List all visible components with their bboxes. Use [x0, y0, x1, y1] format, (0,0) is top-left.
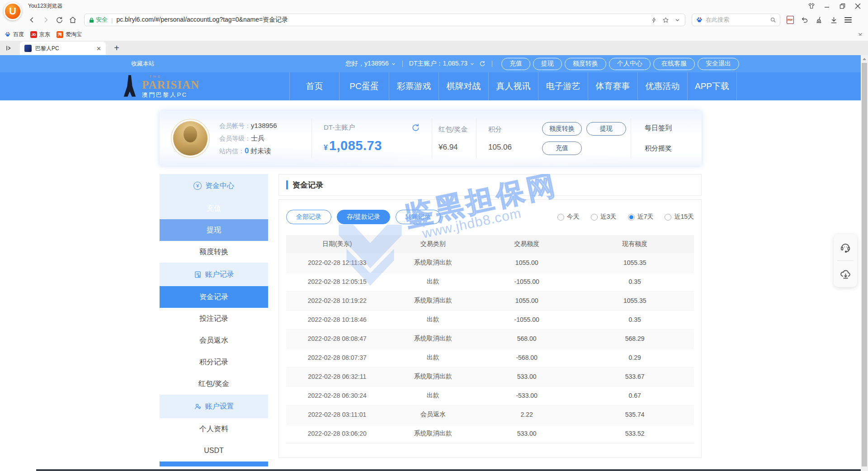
bookmark-baidu[interactable]: 百度: [5, 31, 24, 38]
sidebar-item-account-records[interactable]: 账户记录: [160, 263, 268, 286]
date-range-radio[interactable]: 近15天: [665, 213, 694, 221]
topbar-pill-button[interactable]: 个人中心: [609, 58, 651, 70]
sidebar-next-item-partial[interactable]: [160, 462, 268, 466]
toolbar-collapse-icon[interactable]: [857, 31, 863, 38]
nav-item[interactable]: 电子游艺: [538, 72, 588, 100]
back-button[interactable]: [26, 14, 38, 26]
sidebar-toggle-icon[interactable]: [3, 42, 14, 54]
points-block: 积分 105.06: [476, 125, 542, 152]
nav-item[interactable]: 棋牌对战: [439, 72, 488, 100]
sidebar-item-account-settings[interactable]: 账户设置: [160, 395, 268, 418]
topbar-pill-button[interactable]: 提现: [533, 58, 562, 70]
skin-theme-icon[interactable]: [804, 0, 819, 12]
field-label: 会员帐号：: [219, 122, 251, 129]
topbar-pill-button[interactable]: 额度转换: [565, 58, 606, 70]
refresh-button[interactable]: [53, 14, 65, 26]
bookmark-label: 百度: [13, 31, 24, 38]
bookmark-star-icon[interactable]: [662, 17, 669, 24]
withdraw-button[interactable]: 提现: [586, 122, 626, 136]
menu-icon[interactable]: [844, 17, 852, 23]
sidebar-item-funds-center[interactable]: ¥ 资金中心: [160, 174, 268, 198]
nav-item[interactable]: PC蛋蛋: [339, 72, 389, 100]
radio-icon[interactable]: [628, 214, 635, 221]
filter-pill[interactable]: 全部记录: [286, 210, 331, 224]
pdf-tool-icon[interactable]: PDF: [787, 16, 794, 24]
quota-transfer-button[interactable]: 额度转换: [542, 122, 582, 136]
search-icon[interactable]: [770, 17, 776, 23]
lightning-icon[interactable]: [651, 17, 657, 24]
ssl-lock-icon: 安全: [89, 16, 108, 24]
sidebar-item-funds-record[interactable]: 资金记录: [160, 286, 268, 308]
points-lottery-link[interactable]: 积分摇奖: [645, 144, 699, 153]
filter-pill[interactable]: 转账记录: [396, 210, 441, 224]
sidebar-item-deposit[interactable]: 充值: [160, 198, 268, 219]
col-header-type: 交易类别: [388, 235, 478, 253]
customer-service-icon[interactable]: [834, 234, 857, 260]
sidebar-item-member-rebate[interactable]: 会员返水: [160, 330, 268, 351]
filter-pill[interactable]: 存/提款记录: [337, 210, 390, 224]
member-level-row: 会员等级：士兵: [219, 132, 311, 145]
address-bar[interactable]: 安全 | pc.blryl6.com/#/personal/accountLog…: [84, 14, 685, 26]
date-range-radio[interactable]: 近3天: [591, 213, 617, 221]
user-greeting-dropdown[interactable]: 您好，y138956: [345, 60, 396, 68]
sidebar-item-bet-record[interactable]: 投注记录: [160, 308, 268, 330]
download-icon[interactable]: [830, 16, 838, 24]
nav-item[interactable]: 体育赛事: [588, 72, 637, 100]
sidebar-item-points-record[interactable]: 积分记录: [160, 351, 268, 373]
close-button[interactable]: [850, 0, 865, 12]
chevron-down-icon[interactable]: [675, 17, 680, 23]
main-wallet-dropdown[interactable]: DT主账户：1,085.73: [409, 60, 486, 68]
sidebar-item-label: 资金记录: [199, 292, 228, 302]
forward-button[interactable]: [40, 14, 52, 26]
radio-icon[interactable]: [557, 214, 564, 221]
new-tab-button[interactable]: +: [110, 42, 123, 54]
nav-item[interactable]: 彩票游戏: [389, 72, 439, 100]
scrollbar-up-arrow[interactable]: [861, 55, 868, 62]
page-scrollbar[interactable]: [861, 55, 868, 471]
sidebar-item-profile[interactable]: 个人资料: [160, 418, 268, 440]
quick-search-box[interactable]: 在此搜索: [692, 14, 780, 26]
minimize-button[interactable]: [819, 0, 835, 12]
date-range-radio[interactable]: 今天: [557, 213, 580, 221]
radio-icon[interactable]: [665, 214, 671, 221]
sidebar-item-usdt[interactable]: USDT: [160, 440, 268, 462]
sidebar-item-withdraw[interactable]: 提现: [160, 219, 268, 241]
cell-amount: 1055.00: [478, 253, 576, 272]
refresh-balance-icon[interactable]: [479, 61, 486, 67]
sidebar: ¥ 资金中心 充值 提现 额度转换 账户记录 资金记录 投注记录 会员返水 积分…: [160, 174, 268, 466]
nav-item[interactable]: APP下载: [687, 72, 737, 100]
bookmark-taobao[interactable]: 淘 爱淘宝: [57, 31, 82, 38]
radio-icon[interactable]: [591, 214, 598, 221]
cleaner-broom-icon[interactable]: [816, 16, 823, 24]
nav-item[interactable]: 真人视讯: [488, 72, 538, 100]
nav-item[interactable]: 首页: [289, 72, 339, 100]
deposit-button[interactable]: 充值: [542, 141, 582, 155]
maximize-button[interactable]: [835, 0, 850, 12]
undo-icon[interactable]: [801, 16, 809, 24]
refresh-wallet-icon[interactable]: [411, 123, 420, 132]
title-accent-bar: [286, 180, 288, 189]
cloud-download-icon[interactable]: [834, 261, 857, 287]
topbar-pill-button[interactable]: 充值: [501, 58, 530, 70]
nav-item[interactable]: 优惠活动: [637, 72, 687, 100]
logo-name: PARISIAN: [142, 79, 199, 90]
site-logo[interactable]: THE PARISIAN 澳門巴黎人PC: [121, 74, 220, 99]
topbar-pill-button[interactable]: 安全退出: [698, 58, 739, 70]
topbar-pill-button[interactable]: 在线客服: [653, 58, 695, 70]
browser-tab[interactable]: 巴黎人PC ✕: [20, 42, 106, 55]
home-button[interactable]: [67, 14, 79, 26]
favorite-site-link[interactable]: 收藏本站: [131, 60, 155, 68]
browser-logo-icon[interactable]: U: [4, 2, 22, 20]
scrollbar-thumb[interactable]: [862, 63, 867, 466]
date-range-radio[interactable]: 近7天: [628, 213, 654, 221]
tab-title: 巴黎人PC: [35, 45, 93, 52]
unread-count[interactable]: 0: [245, 146, 249, 155]
table-row: 2022-02-28 10:18:46 出款 -1055.00 0.35: [286, 310, 694, 329]
main-wallet-block: DT-主账户 ¥1,085.73: [312, 123, 432, 153]
sidebar-item-label: 投注记录: [199, 314, 228, 324]
daily-signin-link[interactable]: 每日签到: [645, 124, 699, 132]
sidebar-item-quota-transfer[interactable]: 额度转换: [160, 241, 268, 263]
bookmark-jd[interactable]: JD 京东: [30, 31, 50, 38]
tab-close-icon[interactable]: ✕: [96, 45, 101, 52]
sidebar-item-bonus[interactable]: 红包/奖金: [160, 373, 268, 395]
